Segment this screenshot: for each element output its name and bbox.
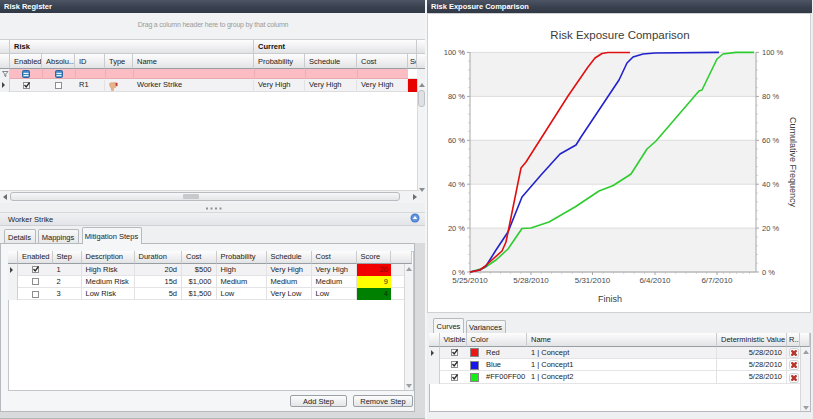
svg-text:Risk Exposure Comparison: Risk Exposure Comparison <box>550 29 689 41</box>
svg-text:100 %: 100 % <box>444 48 466 57</box>
svg-text:40 %: 40 % <box>762 180 779 189</box>
svg-text:6/4/2010: 6/4/2010 <box>639 276 671 285</box>
svg-text:80 %: 80 % <box>762 92 779 101</box>
svg-text:Finish: Finish <box>598 294 622 304</box>
svg-text:5/28/2010: 5/28/2010 <box>513 276 549 285</box>
svg-text:0 %: 0 % <box>762 268 775 277</box>
svg-text:6/7/2010: 6/7/2010 <box>701 276 733 285</box>
svg-text:60 %: 60 % <box>448 136 465 145</box>
svg-text:Cumulative Frequency: Cumulative Frequency <box>788 117 798 208</box>
svg-text:60 %: 60 % <box>762 136 779 145</box>
svg-text:20 %: 20 % <box>448 224 465 233</box>
svg-text:5/31/2010: 5/31/2010 <box>575 276 611 285</box>
svg-text:40 %: 40 % <box>448 180 465 189</box>
svg-text:20 %: 20 % <box>762 224 779 233</box>
svg-text:80 %: 80 % <box>448 92 465 101</box>
svg-text:5/25/2010: 5/25/2010 <box>452 276 488 285</box>
svg-text:100 %: 100 % <box>762 48 784 57</box>
